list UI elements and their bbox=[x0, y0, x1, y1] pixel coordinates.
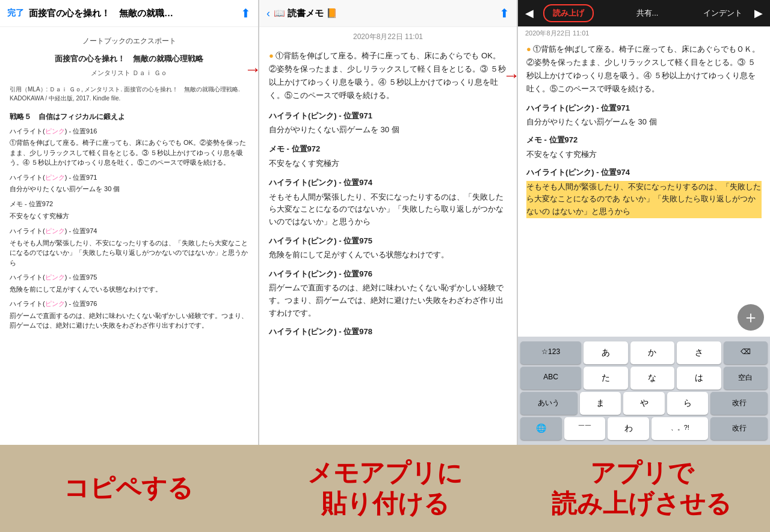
key-sa[interactable]: さ bbox=[677, 341, 721, 364]
citation: 引用（MLA）: Ｄａｉ Ｇｏ, メンタリスト. 面接官の心を操れ！ 無敵の就職… bbox=[10, 85, 248, 103]
panel2-highlight4-label: ハイライト(ピンク) - 位置976 bbox=[269, 268, 507, 281]
export-label: ノートブックのエクスポート bbox=[10, 35, 248, 47]
panel2-highlight5-label: ハイライト(ピンク) - 位置978 bbox=[269, 325, 507, 338]
key-ma[interactable]: ま bbox=[580, 392, 621, 415]
keyboard-row-3: あいう ま や ら 改行 bbox=[520, 392, 768, 415]
panel3-content-area: 2020年8月22日 11:01 ● ①背筋を伸ばして座る。椅子に座っても、床に… bbox=[518, 26, 770, 337]
panel3-reading: ◀ 読み上げ 共有... インデント ▶ 2020年8月22日 11:01 ● … bbox=[517, 0, 770, 445]
toolbar-share-label[interactable]: 共有... bbox=[596, 8, 698, 19]
bottom-label-2: メモアプリに貼り付ける bbox=[257, 445, 514, 532]
section-title: 戦略５ 自信はフィジカルに鍛えよ bbox=[10, 111, 248, 123]
add-button[interactable]: ＋ bbox=[738, 304, 764, 331]
key-a[interactable]: あ bbox=[584, 341, 627, 364]
bottom-label-1-text: コピペする bbox=[64, 473, 193, 503]
key-ra[interactable]: ら bbox=[667, 392, 709, 415]
highlight4-text: 危険を前にして足がすくんでいる状態なわけです。 bbox=[10, 284, 248, 295]
panel3-date: 2020年8月22日 11:01 bbox=[518, 26, 770, 39]
highlight5-text: 罰ゲームで直面するのは、絶対に味わいたくない恥ずかしい経験です。つまり、罰ゲーム… bbox=[10, 311, 248, 331]
panel2-memo1-label: メモ - 位置972 bbox=[269, 142, 507, 156]
highlight2-text: 自分がやりたくない罰ゲームを 30 個 bbox=[10, 184, 248, 194]
panel2-highlight1-text: 自分がやりたくない罰ゲームを 30 個 bbox=[269, 124, 507, 136]
key-ta[interactable]: た bbox=[584, 367, 627, 390]
panel2-title: 📖 読書メモ 📙 bbox=[274, 8, 499, 19]
key-return[interactable]: 改行 bbox=[710, 392, 768, 415]
keyboard: ☆123 あ か さ ⌫ ABC た な は 空白 あいう ま や ら 改行 bbox=[518, 337, 770, 445]
highlight2-label: ハイライト(ピンク) - 位置971 bbox=[10, 173, 248, 183]
panel2-highlight2-label: ハイライト(ピンク) - 位置974 bbox=[269, 176, 507, 189]
key-123[interactable]: ☆123 bbox=[520, 341, 581, 364]
panel3-highlight2-text: そもそも人間が緊張したり、不安になったりするのは、「失敗したら大変なことになるの… bbox=[526, 181, 762, 218]
panel3-memo1-text: 不安をなくす究極方 bbox=[526, 148, 762, 161]
arrow-1-2: → bbox=[244, 60, 261, 79]
done-label[interactable]: 完了 bbox=[7, 8, 24, 19]
bottom-label-3-text: アプリで読み上げさせる bbox=[552, 458, 732, 519]
key-ha[interactable]: は bbox=[677, 367, 721, 390]
panel2-highlight1-label: ハイライト(ピンク) - 位置971 bbox=[269, 109, 507, 123]
panel3-highlight1-label: ハイライト(ピンク) - 位置971 bbox=[526, 102, 762, 115]
read-aloud-button[interactable]: 読み上げ bbox=[543, 4, 594, 22]
key-ka[interactable]: か bbox=[630, 341, 674, 364]
panel3-highlight1-text: 自分がやりたくない罰ゲームを 30 個 bbox=[526, 116, 762, 129]
panel2-intro: ● ①背筋を伸ばして座る。椅子に座っても、床にあぐらでも OK。②姿勢を保ったま… bbox=[269, 49, 507, 102]
key-tenten[interactable]: ￣￣ bbox=[564, 417, 606, 440]
panel2-content: ● ①背筋を伸ばして座る。椅子に座っても、床にあぐらでも OK。②姿勢を保ったま… bbox=[259, 44, 517, 445]
panel1-header: 完了 面接官の心を操れ！ 無敵の就職… ⬆ bbox=[0, 0, 258, 27]
key-globe[interactable]: 🌐 bbox=[520, 417, 562, 440]
toolbar-indent-label[interactable]: インデント bbox=[698, 8, 747, 19]
highlight1-text: ①背筋を伸ばして座る。椅子に座っても、床にあぐらでも OK。②姿勢を保ったまま、… bbox=[10, 138, 248, 168]
highlight-label-text: ハイライト(ピンク) - 位置916 bbox=[10, 127, 97, 135]
panel2-highlight3-text: 危険を前にして足がすくんでいる状態なわけです。 bbox=[269, 249, 507, 261]
key-return2[interactable]: 改行 bbox=[710, 417, 768, 440]
panel3-content: ● ①背筋を伸ばして座る。椅子に座っても、床にあぐらでもＯＫ。②姿勢を保ったまま… bbox=[518, 39, 770, 337]
panel3-toolbar: ◀ 読み上げ 共有... インデント ▶ bbox=[518, 0, 770, 26]
highlight3-label: ハイライト(ピンク) - 位置974 bbox=[10, 226, 248, 237]
author: メンタリスト Ｄａｉ Ｇｏ bbox=[10, 68, 248, 79]
panel2-highlight3-label: ハイライト(ピンク) - 位置975 bbox=[269, 234, 507, 248]
key-space[interactable]: 空白 bbox=[724, 367, 768, 390]
panel2-date: 2020年8月22日 11:01 bbox=[259, 27, 517, 44]
panel3-highlight2-label: ハイライト(ピンク) - 位置974 bbox=[526, 166, 762, 179]
memo1-text: 不安をなくす究極方 bbox=[10, 211, 248, 222]
highlight3-text: そもそも人間が緊張したり、不安になったりするのは、「失敗したら大変なことになるの… bbox=[10, 238, 248, 268]
bottom-label-3: アプリで読み上げさせる bbox=[513, 445, 770, 532]
panel1-kindle: 完了 面接官の心を操れ！ 無敵の就職… ⬆ ノートブックのエクスポート 面接官の… bbox=[0, 0, 259, 445]
panel2-memo: ‹ 📖 読書メモ 📙 ⬆ 2020年8月22日 11:01 ● ①背筋を伸ばして… bbox=[259, 0, 517, 445]
share-icon[interactable]: ⬆ bbox=[241, 6, 251, 20]
panel1-content: ノートブックのエクスポート 面接官の心を操れ！ 無敵の就職心理戦略 メンタリスト… bbox=[0, 27, 258, 445]
key-punctuation[interactable]: 、。?! bbox=[651, 417, 709, 440]
panel2-memo1-text: 不安をなくす究極方 bbox=[269, 157, 507, 170]
key-delete[interactable]: ⌫ bbox=[724, 341, 768, 364]
key-aiu[interactable]: あいう bbox=[520, 392, 578, 415]
back-icon[interactable]: ‹ bbox=[266, 7, 270, 20]
keyboard-row-1: ☆123 あ か さ ⌫ bbox=[520, 341, 768, 364]
book-title: 面接官の心を操れ！ 無敵の就職心理戦略 bbox=[10, 53, 248, 66]
keyboard-row-4: 🌐 ￣￣ わ 、。?! 改行 bbox=[520, 417, 768, 440]
panel3-memo1-label: メモ - 位置972 bbox=[526, 133, 762, 147]
memo1-label: メモ - 位置972 bbox=[10, 199, 248, 210]
key-na[interactable]: な bbox=[630, 367, 674, 390]
panel3-intro: ● ①背筋を伸ばして座る。椅子に座っても、床にあぐらでもＯＫ。②姿勢を保ったまま… bbox=[526, 43, 762, 96]
key-abc[interactable]: ABC bbox=[520, 367, 581, 390]
bottom-labels: コピペする メモアプリに貼り付ける アプリで読み上げさせる bbox=[0, 445, 770, 532]
panel2-share-icon[interactable]: ⬆ bbox=[499, 6, 510, 20]
arrow-2-3: → bbox=[503, 66, 520, 85]
bottom-label-2-text: メモアプリに貼り付ける bbox=[307, 458, 463, 519]
keyboard-row-2: ABC た な は 空白 bbox=[520, 367, 768, 390]
panel2-header: ‹ 📖 読書メモ 📙 ⬆ bbox=[259, 0, 517, 27]
panel2-highlight4-text: 罰ゲームで直面するのは、絶対に味わいたくない恥ずかしい経験です。つまり、罰ゲーム… bbox=[269, 282, 507, 319]
panel2-highlight2-text: そもそも人間が緊張したり、不安になったりするのは、「失敗したら大変なことになるの… bbox=[269, 191, 507, 228]
key-wa[interactable]: わ bbox=[608, 417, 649, 440]
toolbar-back-icon[interactable]: ◀ bbox=[518, 7, 541, 20]
highlight1-label: ハイライト(ピンク) - 位置916 bbox=[10, 126, 248, 137]
panel1-title: 面接官の心を操れ！ 無敵の就職… bbox=[29, 8, 241, 19]
panels-wrapper: 完了 面接官の心を操れ！ 無敵の就職… ⬆ ノートブックのエクスポート 面接官の… bbox=[0, 0, 770, 445]
key-ya[interactable]: や bbox=[623, 392, 665, 415]
bottom-label-1: コピペする bbox=[0, 445, 257, 532]
highlight4-label: ハイライト(ピンク) - 位置975 bbox=[10, 272, 248, 283]
toolbar-forward-icon[interactable]: ▶ bbox=[747, 7, 770, 20]
highlight5-label: ハイライト(ピンク) - 位置976 bbox=[10, 299, 248, 310]
